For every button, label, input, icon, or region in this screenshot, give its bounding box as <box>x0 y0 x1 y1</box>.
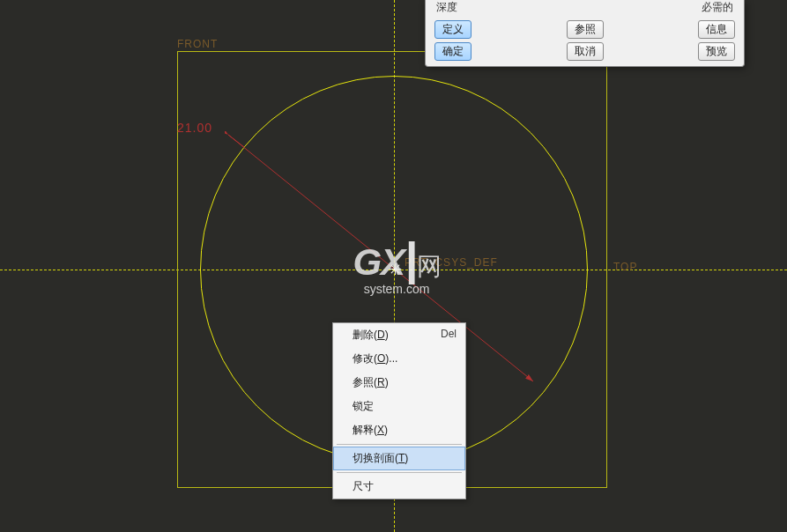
watermark: GX|网 system.com <box>308 225 485 304</box>
dimension-value[interactable]: 21.00 <box>177 121 212 135</box>
info-button[interactable]: 信息 <box>698 20 735 39</box>
define-button[interactable]: 定义 <box>434 20 471 39</box>
menu-item-lock[interactable]: 锁定 <box>333 395 465 418</box>
menu-item-explain[interactable]: 解释(X) <box>333 418 465 442</box>
menu-item-toggle-section[interactable]: 切换剖面(T) <box>333 447 465 470</box>
menu-shortcut: Del <box>441 328 457 343</box>
preview-button[interactable]: 预览 <box>698 42 735 61</box>
reference-button[interactable]: 参照 <box>567 20 604 39</box>
menu-item-dimension[interactable]: 尺寸 <box>333 475 465 499</box>
dialog-row-value: 必需的 <box>702 0 733 15</box>
ok-button[interactable]: 确定 <box>434 42 471 61</box>
menu-separator <box>337 444 462 445</box>
menu-item-delete[interactable]: 删除(D) Del <box>333 323 465 347</box>
menu-separator <box>337 472 462 473</box>
context-menu[interactable]: 删除(D) Del 修改(O)... 参照(R) 锁定 解释(X) 切换剖面(T… <box>332 322 466 499</box>
top-plane-label: TOP <box>613 261 637 273</box>
menu-item-reference[interactable]: 参照(R) <box>333 371 465 395</box>
front-plane-label: FRONT <box>177 38 218 50</box>
menu-item-modify[interactable]: 修改(O)... <box>333 347 465 371</box>
feature-dialog[interactable]: 深度 必需的 定义 确定 参照 取消 信息 预览 <box>425 0 745 67</box>
cancel-button[interactable]: 取消 <box>567 42 604 61</box>
dialog-row-label: 深度 <box>436 0 457 15</box>
